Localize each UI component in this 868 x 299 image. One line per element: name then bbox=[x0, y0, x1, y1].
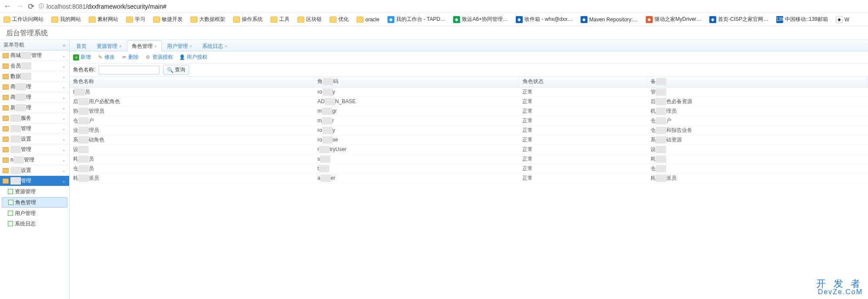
table-cell: 耗 员 bbox=[70, 154, 314, 164]
chevron-down-icon: ⌄ bbox=[62, 126, 66, 131]
chevron-down-icon: ⌄ bbox=[62, 136, 66, 142]
folder-icon bbox=[3, 116, 9, 121]
sidebar-leaf[interactable]: 资源管理 bbox=[0, 186, 69, 197]
sidebar-leaf[interactable]: 角色管理 bbox=[2, 197, 67, 208]
bookmark-item[interactable]: 操作系统 bbox=[233, 16, 263, 23]
bookmark-item[interactable]: ◆我的工作台 - TAPD… bbox=[387, 16, 446, 23]
sidebar-item[interactable]: 商 理⌄ bbox=[0, 82, 69, 92]
tab[interactable]: 首页 bbox=[71, 40, 91, 51]
bookmark-item[interactable]: 优化 bbox=[330, 16, 349, 23]
table-cell: r tryUser bbox=[314, 144, 519, 154]
sidebar-item[interactable]: 管理⌄ bbox=[0, 124, 69, 134]
sidebar-item[interactable]: 会员 ⌄ bbox=[0, 61, 69, 71]
site-icon: ◆ bbox=[387, 16, 394, 23]
bookmark-item[interactable]: 区块链 bbox=[297, 16, 322, 23]
table-header[interactable]: 角色名称 bbox=[70, 77, 314, 87]
back-button[interactable]: ← bbox=[3, 2, 11, 11]
scissors-icon: ✂ bbox=[121, 54, 127, 60]
sidebar-leaf[interactable]: 用户管理 bbox=[0, 208, 69, 218]
browser-nav-bar: ← → ⟳ ⓘ localhost:8081/dxxframework/secu… bbox=[0, 0, 868, 13]
sidebar-item[interactable]: n 管理⌄ bbox=[0, 155, 69, 165]
sidebar-item[interactable]: 新 理⌄ bbox=[0, 103, 69, 113]
sidebar-item[interactable]: 管理⌄ bbox=[0, 144, 69, 155]
close-icon[interactable]: × bbox=[154, 44, 157, 49]
table-cell: 系 础资源 bbox=[647, 135, 868, 144]
chevron-down-icon: ⌄ bbox=[62, 147, 66, 152]
table-header[interactable]: 备 bbox=[647, 77, 868, 87]
sidebar-item[interactable]: 商城 管理⌄ bbox=[0, 50, 69, 61]
chevron-down-icon: ⌄ bbox=[62, 74, 66, 79]
query-button[interactable]: 🔍查询 bbox=[163, 65, 189, 75]
tab[interactable]: 系统日志× bbox=[197, 40, 232, 51]
close-icon[interactable]: × bbox=[119, 44, 122, 49]
reload-button[interactable]: ⟳ bbox=[28, 2, 34, 11]
tab[interactable]: 角色管理× bbox=[127, 40, 162, 51]
tab[interactable]: 资源管理× bbox=[92, 40, 127, 51]
table-row[interactable]: 仓 户m r正常仓 户 bbox=[70, 116, 868, 125]
bookmark-item[interactable]: 139中国移动::139邮箱 bbox=[776, 16, 828, 23]
bookmark-item[interactable]: ◆W bbox=[836, 16, 849, 23]
table-header[interactable]: 角色状态 bbox=[519, 77, 647, 87]
folder-icon bbox=[3, 126, 9, 131]
forward-button[interactable]: → bbox=[16, 2, 23, 11]
table-cell: 正常 bbox=[519, 154, 647, 164]
table-cell: 仓 员 bbox=[70, 164, 314, 173]
bookmark-item[interactable]: ◆驱动之家MyDriver… bbox=[646, 16, 701, 23]
bookmark-item[interactable]: ◆首页-CISP之家官网… bbox=[709, 16, 768, 23]
bookmark-item[interactable]: 工作访问网站 bbox=[3, 16, 43, 23]
bookmark-item[interactable]: ◆Maven Repository:… bbox=[581, 16, 638, 23]
user-auth-button[interactable]: 👤用户授权 bbox=[179, 54, 207, 61]
table-row[interactable]: 仓 员t 正常仓 bbox=[70, 164, 868, 173]
table-row[interactable]: 耗 员s 正常耗 bbox=[70, 154, 868, 164]
table-cell: 耗 派员 bbox=[70, 173, 314, 183]
table-row[interactable]: 协 管理员m gr正常机 理员 bbox=[70, 106, 868, 116]
sidebar-item[interactable]: 数据 ⌄ bbox=[0, 71, 69, 82]
folder-icon bbox=[3, 95, 9, 100]
info-icon[interactable]: ⓘ bbox=[39, 3, 44, 10]
sidebar: 菜单导航 « 商城 管理⌄会员 ⌄数据 ⌄商 理⌄商 理⌄新 理⌄ 服务⌄ 管理… bbox=[0, 40, 70, 299]
sidebar-item[interactable]: 服务⌄ bbox=[0, 113, 69, 124]
table-header[interactable]: 角 码 bbox=[314, 77, 519, 87]
bookmark-item[interactable]: 学习 bbox=[126, 16, 145, 23]
bookmark-item[interactable]: 大数据框架 bbox=[190, 16, 225, 23]
table-cell: t bbox=[314, 164, 519, 173]
table-row[interactable]: 业 理员ro y正常仓 和报告业务 bbox=[70, 125, 868, 135]
bookmark-item[interactable]: 我的网站 bbox=[51, 16, 81, 23]
bookmark-item[interactable]: oracle bbox=[357, 17, 380, 23]
bookmark-item[interactable]: 敏捷开发 bbox=[153, 16, 183, 23]
table-cell: 管 bbox=[647, 87, 868, 97]
sidebar-title-bar: 菜单导航 « bbox=[0, 40, 69, 50]
close-icon[interactable]: × bbox=[190, 44, 192, 49]
delete-button[interactable]: ✂删除 bbox=[121, 54, 139, 61]
close-icon[interactable]: × bbox=[225, 44, 227, 49]
tab[interactable]: 用户管理× bbox=[162, 40, 197, 51]
sidebar-item[interactable]: 设置⌄ bbox=[0, 165, 69, 176]
chevron-down-icon: ⌄ bbox=[62, 178, 66, 184]
sidebar-leaf[interactable]: 系统日志 bbox=[0, 218, 69, 229]
gear-icon: ⚙ bbox=[145, 54, 151, 60]
sidebar-item[interactable]: 设置⌄ bbox=[0, 134, 69, 144]
table-row[interactable]: 耗 派员a er正常耗 派员 bbox=[70, 173, 868, 183]
table-row[interactable]: 后 用户必配角色AD N_BASE正常后 色必备资源 bbox=[70, 97, 868, 106]
plus-icon: ＋ bbox=[73, 54, 79, 60]
edit-button[interactable]: ✎修改 bbox=[97, 54, 115, 61]
resource-auth-button[interactable]: ⚙资源授权 bbox=[145, 54, 173, 61]
sidebar-item[interactable]: 商 理⌄ bbox=[0, 92, 69, 103]
sidebar-collapse-button[interactable]: « bbox=[63, 42, 66, 48]
table-row[interactable]: t 员ro y正常管 bbox=[70, 87, 868, 97]
chevron-down-icon: ⌄ bbox=[62, 53, 66, 58]
address-bar[interactable]: ⓘ localhost:8081/dxxframework/security/m… bbox=[39, 3, 166, 10]
table-row[interactable]: 设 r tryUser正常设 bbox=[70, 144, 868, 154]
bookmark-item[interactable]: ◆致远A6+协同管理… bbox=[453, 16, 508, 23]
page-icon bbox=[8, 189, 13, 194]
site-icon: ◆ bbox=[581, 16, 588, 23]
sidebar-item[interactable]: 管理⌄ bbox=[0, 176, 69, 186]
table-cell: AD N_BASE bbox=[314, 97, 519, 106]
role-table: 角色名称角 码角色状态备 t 员ro y正常管 后 用户必配角色AD N_BAS… bbox=[70, 77, 868, 299]
add-button[interactable]: ＋新增 bbox=[73, 54, 91, 61]
role-name-input[interactable] bbox=[99, 66, 160, 74]
bookmark-item[interactable]: 素材网站 bbox=[89, 16, 118, 23]
bookmark-item[interactable]: ◆收件箱 - whx@dxx… bbox=[516, 16, 573, 23]
bookmark-item[interactable]: 工具 bbox=[270, 16, 290, 23]
table-row[interactable]: 系 础角色ro se正常系 础资源 bbox=[70, 135, 868, 144]
